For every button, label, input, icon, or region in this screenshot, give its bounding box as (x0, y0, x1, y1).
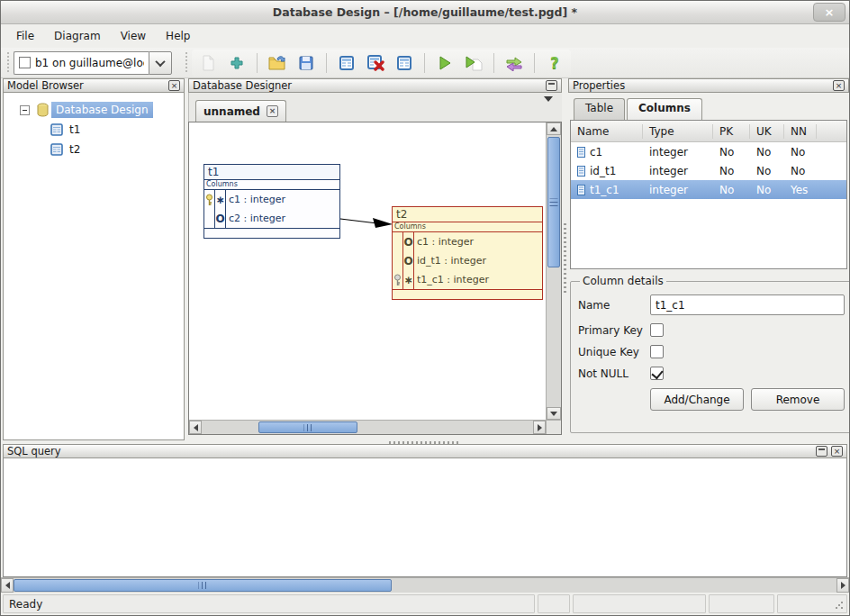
toolbar-grip[interactable] (5, 52, 11, 74)
scroll-right-button[interactable] (533, 421, 546, 434)
status-cell (538, 594, 570, 613)
tree-item-t2[interactable]: t2 (65, 141, 85, 158)
swap-button[interactable] (502, 51, 527, 75)
toolbar-grip[interactable] (184, 52, 189, 74)
tab-label: unnamed (203, 105, 260, 118)
scroll-left-button[interactable] (1, 578, 14, 593)
not-null-checkbox[interactable] (650, 367, 664, 380)
entity-column[interactable]: c2 : integer (226, 209, 339, 228)
designer-header: Database Designer (188, 78, 562, 93)
entity-column[interactable]: c1 : integer (226, 190, 339, 209)
tree-item-database-design[interactable]: Database Design (51, 102, 153, 118)
table-delete-icon (366, 54, 384, 71)
new-document-button[interactable] (195, 51, 221, 75)
main-area: Model Browser × Database Design t1 (1, 78, 849, 440)
sql-float-button[interactable] (816, 446, 827, 457)
arrow-down-icon (550, 412, 557, 416)
tab-unnamed[interactable]: unnamed × (195, 100, 286, 122)
designer-vscrollbar[interactable] (546, 122, 561, 420)
grid-header-uk[interactable]: UK (750, 124, 784, 139)
status-cell (709, 594, 774, 613)
hscroll-thumb[interactable] (258, 421, 357, 433)
help-button[interactable]: ? (542, 51, 567, 75)
scrollbar-corner (546, 420, 561, 434)
grid-header-pk[interactable]: PK (713, 124, 750, 139)
column-icon (577, 147, 585, 158)
entity-t1[interactable]: t1 Columns ∗ O (203, 164, 340, 239)
toolbar-separator (257, 53, 258, 73)
run-script-button[interactable] (461, 51, 486, 75)
entity-column[interactable]: c1 : integer (414, 232, 542, 251)
grid-header-name[interactable]: Name (571, 124, 643, 139)
resize-grip[interactable] (835, 601, 844, 610)
entity-column[interactable]: t1_c1 : integer (414, 270, 542, 289)
model-browser-close-button[interactable]: × (168, 80, 180, 91)
vertical-splitter[interactable] (562, 78, 568, 440)
model-browser-tree: Database Design t1 t2 (3, 93, 185, 440)
window-hscrollbar[interactable] (1, 577, 849, 593)
save-button[interactable] (294, 51, 319, 75)
menu-view[interactable]: View (113, 26, 154, 46)
menu-file[interactable]: File (8, 26, 42, 46)
column-name-input[interactable] (650, 294, 845, 315)
tree-item-row[interactable]: t2 (4, 140, 184, 159)
table-delete-button[interactable] (363, 51, 388, 75)
connection-combobox[interactable]: b1 on guillaume@localh (14, 51, 172, 75)
entity-column[interactable]: id_t1 : integer (414, 251, 542, 270)
add-button[interactable] (224, 51, 249, 75)
designer-tabbar: unnamed × (188, 93, 562, 122)
primary-key-checkbox[interactable] (650, 323, 664, 337)
designer-float-button[interactable] (546, 80, 557, 91)
primary-key-label: Primary Key (578, 324, 650, 337)
connection-label: b1 on guillaume@localh (35, 57, 144, 69)
title-bar[interactable]: Database Design – [/home/guillaume/test.… (1, 1, 849, 24)
scroll-down-button[interactable] (547, 407, 561, 420)
sql-query-editor[interactable] (3, 458, 847, 577)
entity-t2[interactable]: t2 Columns O (392, 206, 543, 300)
menu-help[interactable]: Help (158, 26, 198, 46)
window-close-button[interactable]: × (813, 3, 845, 22)
table-edit-button[interactable] (392, 51, 417, 75)
unique-key-checkbox[interactable] (650, 345, 664, 358)
scroll-right-button[interactable] (836, 578, 849, 593)
table-add-button[interactable] (334, 51, 359, 75)
run-button[interactable] (432, 51, 457, 75)
nullable-symbol: O (215, 209, 225, 228)
designer-panel: Database Designer unnamed × (188, 78, 562, 440)
vscroll-thumb[interactable] (547, 137, 560, 267)
add-change-button[interactable]: Add/Change (650, 388, 744, 411)
hscroll-thumb[interactable] (14, 579, 392, 592)
sql-close-button[interactable]: × (831, 446, 843, 457)
collapse-icon[interactable] (20, 105, 30, 115)
entity-t2-name: t2 (393, 207, 542, 222)
menu-diagram[interactable]: Diagram (46, 26, 109, 46)
grid-row-c1[interactable]: c1 integer No No No (571, 142, 846, 161)
tree-root-row[interactable]: Database Design (4, 100, 184, 120)
arrow-right-icon (841, 582, 845, 589)
tree-item-row[interactable]: t1 (4, 120, 184, 140)
grid-header-nn[interactable]: NN (784, 124, 817, 139)
connection-field[interactable]: b1 on guillaume@localh (14, 51, 149, 75)
grid-row-id_t1[interactable]: id_t1 integer No No No (571, 161, 846, 180)
connection-checkbox[interactable] (19, 57, 31, 68)
tab-list-button[interactable] (544, 102, 555, 114)
remove-button[interactable]: Remove (751, 388, 845, 411)
arrow-left-icon (5, 582, 10, 589)
tab-table[interactable]: Table (574, 98, 625, 120)
connection-dropdown-button[interactable] (149, 51, 172, 75)
scroll-left-button[interactable] (189, 421, 202, 434)
tree-item-t1[interactable]: t1 (65, 122, 85, 138)
toolbar: b1 on guillaume@localh (1, 48, 849, 78)
grid-header-type[interactable]: Type (643, 124, 713, 139)
properties-close-button[interactable]: × (833, 80, 845, 91)
menu-bar: File Diagram View Help (1, 24, 849, 48)
tab-columns[interactable]: Columns (627, 98, 702, 120)
tab-close-icon[interactable]: × (267, 105, 278, 117)
diagram-canvas[interactable]: t1 Columns ∗ O (189, 122, 546, 420)
model-browser-panel: Model Browser × Database Design t1 (3, 78, 185, 440)
run-icon (438, 56, 452, 70)
open-button[interactable] (265, 51, 290, 75)
scroll-up-button[interactable] (547, 122, 561, 135)
designer-hscrollbar[interactable] (189, 420, 546, 434)
grid-row-t1_c1[interactable]: t1_c1 integer No No Yes (571, 180, 846, 199)
